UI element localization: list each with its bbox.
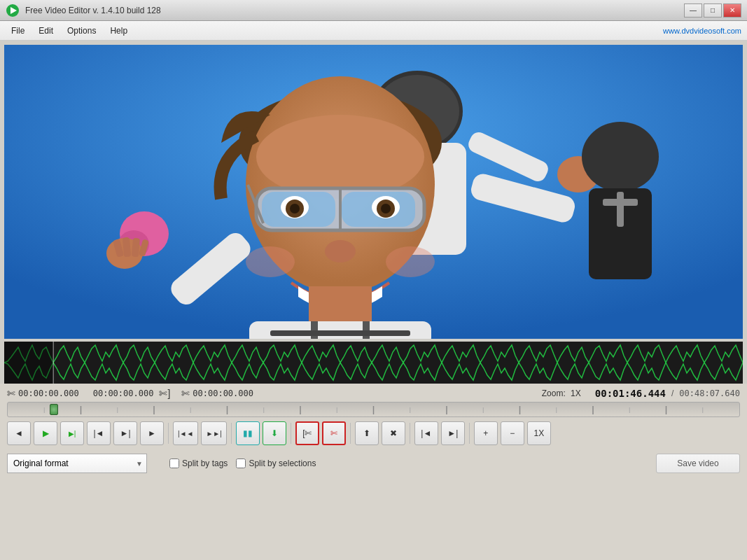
zoom-1x-button[interactable]: 1X (527, 421, 551, 445)
menu-help[interactable]: Help (104, 24, 133, 38)
scrubber-ticks (8, 402, 739, 416)
btn-separator-4 (350, 423, 351, 444)
prev-frame-button[interactable]: |◄ (87, 421, 111, 445)
svg-rect-50 (4, 342, 743, 384)
rewind-button[interactable]: ◄ (7, 421, 31, 445)
zoom-in-button[interactable]: + (474, 421, 498, 445)
svg-point-26 (386, 246, 435, 277)
format-select-wrapper[interactable]: Original format MP4 AVI MKV MOV WMV ▼ (7, 454, 147, 473)
mark-in-button[interactable]: [✄ (295, 421, 319, 445)
pause-button[interactable]: ▮▮ (236, 421, 260, 445)
close-button[interactable]: ✕ (723, 4, 741, 18)
btn-separator-1 (168, 423, 169, 444)
menu-edit[interactable]: Edit (33, 24, 59, 38)
zoom-text: Zoom: (542, 388, 566, 398)
download-button[interactable]: ⬇ (263, 421, 286, 445)
split-by-tags-group: Split by tags (169, 458, 228, 468)
svg-rect-31 (270, 330, 410, 336)
prev-cut-button[interactable]: |◄ (414, 421, 438, 445)
btn-separator-6 (469, 423, 470, 444)
svg-rect-28 (249, 321, 431, 339)
menu-file[interactable]: File (6, 24, 30, 38)
svg-rect-52 (4, 342, 53, 384)
split-by-tags-label[interactable]: Split by tags (182, 458, 228, 468)
format-select[interactable]: Original format MP4 AVI MKV MOV WMV (7, 454, 147, 473)
export-button[interactable]: ⬆ (355, 421, 379, 445)
timecode-in-section: ✄ 00:00:00.000 00:00:00.000 ✄] (7, 388, 170, 399)
play-slow-button[interactable]: ▶| (60, 421, 84, 445)
scissors-button[interactable]: ✄ (322, 421, 346, 445)
svg-rect-30 (363, 321, 370, 339)
split-by-selections-checkbox[interactable] (236, 458, 246, 468)
btn-separator-3 (291, 423, 291, 444)
split-by-tags-checkbox[interactable] (169, 458, 179, 468)
scissors-icon-tc: ✄ (181, 388, 190, 399)
svg-rect-48 (617, 192, 624, 227)
next-frame-button[interactable]: ►| (113, 421, 137, 445)
timecode-in: 00:00:00.000 (18, 388, 79, 398)
menu-options[interactable]: Options (62, 24, 102, 38)
svg-rect-29 (311, 321, 318, 339)
main-window: ✄ 00:00:00.000 00:00:00.000 ✄] ✄ 00:00:0… (0, 41, 747, 560)
title-bar: Free Video Editor v. 1.4.10 build 128 — … (0, 0, 747, 21)
video-area (4, 45, 743, 339)
save-video-button[interactable]: Save video (656, 454, 740, 473)
zoom-out-button[interactable]: − (501, 421, 524, 445)
forward-button[interactable]: ► (140, 421, 164, 445)
maximize-button[interactable]: □ (704, 4, 722, 18)
timecode-cut: 00:00:00.000 (193, 388, 253, 398)
video-content-svg (4, 45, 743, 339)
waveform-area[interactable] (4, 342, 743, 384)
timecode-cut-section: ✄ 00:00:00.000 (181, 388, 253, 399)
svg-point-17 (290, 204, 300, 214)
go-start-button[interactable]: |◄◄ (173, 421, 198, 445)
controls-area: ✄ 00:00:00.000 00:00:00.000 ✄] ✄ 00:00:0… (0, 384, 747, 560)
delete-selection-button[interactable]: ✖ (382, 421, 405, 445)
zoom-value: 1X (571, 388, 581, 398)
split-by-selections-label[interactable]: Split by selections (249, 458, 316, 468)
button-row-main: ◄ ▶ ▶| |◄ ►| ► |◄◄ ►►| ▮▮ ⬇ [✄ ✄ (7, 421, 740, 445)
waveform-svg (4, 342, 743, 384)
window-controls: — □ ✕ (684, 4, 741, 18)
menu-bar: File Edit Options Help www.dvdvideosoft.… (0, 21, 747, 41)
zoom-label: Zoom: 1X (542, 388, 581, 398)
split-by-selections-group: Split by selections (236, 458, 316, 468)
cut-start-icon: ✄ (7, 388, 15, 399)
scrubber-track[interactable] (7, 402, 740, 417)
svg-point-21 (325, 240, 356, 262)
timecode-mid: 00:00:00.000 (93, 388, 154, 398)
website-link[interactable]: www.dvdvideosoft.com (663, 27, 741, 35)
timecode-current-section: Zoom: 1X 00:01:46.444 / 00:48:07.640 (542, 388, 740, 399)
cut-end-icon: ✄] (159, 388, 170, 399)
scrubber-row[interactable] (7, 402, 740, 417)
video-frame (4, 45, 743, 339)
svg-point-20 (381, 204, 391, 214)
total-time: 00:48:07.640 (679, 388, 740, 398)
timecode-row: ✄ 00:00:00.000 00:00:00.000 ✄] ✄ 00:00:0… (7, 388, 740, 399)
minimize-button[interactable]: — (684, 4, 702, 18)
svg-point-45 (582, 122, 659, 192)
go-end-button[interactable]: ►►| (201, 421, 226, 445)
current-time: 00:01:46.444 (595, 388, 666, 399)
time-separator: / (671, 388, 673, 398)
btn-separator-5 (410, 423, 410, 444)
play-button[interactable]: ▶ (34, 421, 57, 445)
app-icon (6, 4, 20, 18)
btn-separator-2 (231, 423, 232, 444)
svg-point-25 (246, 246, 295, 277)
window-title: Free Video Editor v. 1.4.10 build 128 (25, 6, 161, 15)
scrubber-handle[interactable] (50, 404, 58, 415)
next-cut-button[interactable]: ►| (441, 421, 465, 445)
svg-point-10 (256, 115, 424, 199)
bottom-bar: Original format MP4 AVI MKV MOV WMV ▼ Sp… (7, 451, 740, 476)
